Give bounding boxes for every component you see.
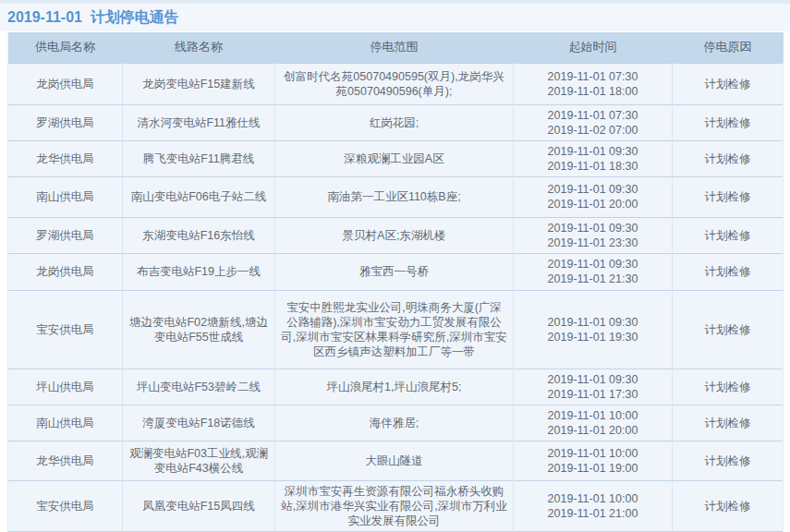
header-row: 供电局名称 线路名称 停电范围 起始时间 停电原因 [8, 32, 784, 63]
start-time: 2019-11-01 10:00 [519, 408, 666, 423]
cell-scope: 南油第一工业区110栋B座; [275, 176, 514, 217]
cell-time: 2019-11-01 07:302019-11-02 07:00 [514, 104, 673, 140]
start-time: 2019-11-01 10:00 [519, 446, 666, 461]
table-row: 罗湖供电局清水河变电站F11雅仕线红岗花园;2019-11-01 07:3020… [8, 104, 784, 140]
col-header-scope: 停电范围 [275, 32, 514, 63]
end-time: 2019-11-01 17:30 [519, 387, 666, 402]
start-time: 2019-11-01 09:30 [519, 221, 666, 236]
start-time: 2019-11-01 07:30 [519, 108, 666, 123]
table-row: 宝安供电局塘边变电站F02塘新线,塘边变电站F55世成线宝安中胜熙龙实业公司,明… [8, 290, 784, 369]
cell-line: 湾厦变电站F18诺德线 [123, 405, 275, 441]
cell-scope: 深粮观澜工业园A区 [275, 140, 514, 176]
end-time: 2019-11-02 07:00 [519, 123, 666, 138]
cell-time: 2019-11-01 09:302019-11-01 20:00 [514, 176, 673, 217]
cell-bureau: 龙岗供电局 [8, 63, 123, 104]
table-row: 龙岗供电局布吉变电站F19上步一线雅宝西一号桥2019-11-01 09:302… [8, 253, 784, 290]
cell-time: 2019-11-01 10:002019-11-01 19:00 [514, 441, 673, 480]
end-time: 2019-11-01 18:30 [519, 159, 666, 174]
cell-reason: 计划检修 [673, 140, 784, 176]
cell-line: 东湖变电站F16东怡线 [123, 217, 275, 253]
cell-reason: 计划检修 [673, 480, 784, 531]
cell-line: 布吉变电站F19上步一线 [123, 253, 275, 290]
col-header-start-time: 起始时间 [514, 32, 673, 63]
table-row: 龙岗供电局龙岗变电站F15建新线创富时代名苑05070490595(双月),龙岗… [8, 63, 784, 104]
title-bar: 2019-11-01 计划停电通告 [0, 4, 790, 31]
start-time: 2019-11-01 07:30 [519, 69, 666, 84]
cell-scope: 景贝村A区;东湖机楼 [275, 217, 514, 253]
cell-bureau: 南山供电局 [8, 176, 123, 217]
start-time: 2019-11-01 09:30 [519, 144, 666, 159]
col-header-line: 线路名称 [123, 32, 275, 63]
cell-line: 观澜变电站F03工业线,观澜变电站F43横公线 [123, 441, 275, 480]
table-row: 坪山供电局坪山变电站F53碧岭二线坪山浪尾村1,坪山浪尾村5;2019-11-0… [8, 369, 784, 405]
cell-bureau: 龙华供电局 [8, 441, 123, 480]
cell-line: 塘边变电站F02塘新线,塘边变电站F55世成线 [123, 290, 275, 369]
cell-time: 2019-11-01 09:302019-11-01 19:30 [514, 290, 673, 369]
end-time: 2019-11-01 18:00 [519, 84, 666, 99]
start-time: 2019-11-01 09:30 [519, 315, 666, 330]
cell-bureau: 南山供电局 [8, 405, 123, 441]
end-time: 2019-11-01 23:30 [519, 236, 666, 250]
outage-table: 供电局名称 线路名称 停电范围 起始时间 停电原因 龙岗供电局龙岗变电站F15建… [7, 32, 784, 532]
cell-time: 2019-11-01 09:302019-11-01 17:30 [514, 369, 673, 405]
cell-line: 龙岗变电站F15建新线 [123, 63, 275, 104]
cell-line: 清水河变电站F11雅仕线 [123, 104, 275, 140]
start-time: 2019-11-01 09:30 [519, 372, 666, 387]
cell-time: 2019-11-01 09:302019-11-01 23:30 [514, 217, 673, 253]
page-title: 2019-11-01 计划停电通告 [7, 8, 179, 28]
cell-reason: 计划检修 [673, 253, 784, 290]
table-row: 南山供电局湾厦变电站F18诺德线海伴雅居;2019-11-01 10:00201… [8, 405, 784, 441]
cell-scope: 雅宝西一号桥 [275, 253, 514, 290]
table-row: 南山供电局南山变电站F06电子站二线南油第一工业区110栋B座;2019-11-… [8, 176, 784, 217]
cell-reason: 计划检修 [673, 176, 784, 217]
table-row: 龙华供电局腾飞变电站F11腾君线深粮观澜工业园A区2019-11-01 09:3… [8, 140, 784, 176]
cell-time: 2019-11-01 07:302019-11-01 18:00 [514, 63, 673, 104]
cell-time: 2019-11-01 10:002019-11-01 21:00 [514, 480, 673, 531]
cell-scope: 海伴雅居; [275, 405, 514, 441]
cell-bureau: 龙华供电局 [8, 140, 123, 176]
cell-time: 2019-11-01 09:302019-11-01 18:30 [514, 140, 673, 176]
cell-bureau: 龙岗供电局 [8, 253, 123, 290]
cell-time: 2019-11-01 10:002019-11-01 20:00 [514, 405, 673, 441]
cell-line: 腾飞变电站F11腾君线 [123, 140, 275, 176]
cell-line: 凤凰变电站F15凤四线 [123, 480, 275, 531]
cell-line: 坪山变电站F53碧岭二线 [123, 369, 275, 405]
cell-scope: 大眼山隧道 [275, 441, 514, 480]
end-time: 2019-11-01 21:00 [519, 506, 666, 521]
cell-bureau: 宝安供电局 [8, 290, 123, 369]
end-time: 2019-11-01 20:00 [519, 197, 666, 212]
cell-reason: 计划检修 [673, 104, 784, 140]
cell-scope: 坪山浪尾村1,坪山浪尾村5; [275, 369, 514, 405]
cell-bureau: 罗湖供电局 [8, 104, 123, 140]
cell-reason: 计划检修 [673, 63, 784, 104]
cell-reason: 计划检修 [673, 290, 784, 369]
cell-time: 2019-11-01 09:302019-11-01 21:30 [514, 253, 673, 290]
cell-reason: 计划检修 [673, 405, 784, 441]
end-time: 2019-11-01 19:30 [519, 330, 666, 345]
cell-reason: 计划检修 [673, 369, 784, 405]
table-header: 供电局名称 线路名称 停电范围 起始时间 停电原因 [8, 32, 784, 63]
table-row: 罗湖供电局东湖变电站F16东怡线景贝村A区;东湖机楼2019-11-01 09:… [8, 217, 784, 253]
table-body: 龙岗供电局龙岗变电站F15建新线创富时代名苑05070490595(双月),龙岗… [8, 63, 784, 532]
cell-bureau: 坪山供电局 [8, 369, 123, 405]
table-row: 龙华供电局观澜变电站F03工业线,观澜变电站F43横公线大眼山隧道2019-11… [8, 441, 784, 480]
cell-scope: 红岗花园; [275, 104, 514, 140]
end-time: 2019-11-01 21:30 [519, 272, 666, 286]
col-header-reason: 停电原因 [673, 32, 784, 63]
cell-bureau: 罗湖供电局 [8, 217, 123, 253]
end-time: 2019-11-01 19:00 [519, 461, 666, 476]
cell-scope: 深圳市宝安再生资源有限公司福永桥头收购站,深圳市港华兴实业有限公司,深圳市万利业… [275, 480, 514, 531]
table-row: 宝安供电局凤凰变电站F15凤四线深圳市宝安再生资源有限公司福永桥头收购站,深圳市… [8, 480, 784, 531]
cell-scope: 创富时代名苑05070490595(双月),龙岗华兴苑05070490596(单… [275, 63, 514, 104]
cell-line: 南山变电站F06电子站二线 [123, 176, 275, 217]
cell-scope: 宝安中胜熙龙实业公司,明珠商务大厦(广深公路辅路),深圳市宝安劲力工贸发展有限公… [275, 290, 514, 369]
cell-reason: 计划检修 [673, 441, 784, 480]
col-header-bureau: 供电局名称 [8, 32, 123, 63]
cell-reason: 计划检修 [673, 217, 784, 253]
start-time: 2019-11-01 10:00 [519, 491, 666, 506]
start-time: 2019-11-01 09:30 [519, 257, 666, 272]
start-time: 2019-11-01 09:30 [519, 182, 666, 197]
cell-bureau: 宝安供电局 [8, 480, 123, 531]
end-time: 2019-11-01 20:00 [519, 423, 666, 438]
